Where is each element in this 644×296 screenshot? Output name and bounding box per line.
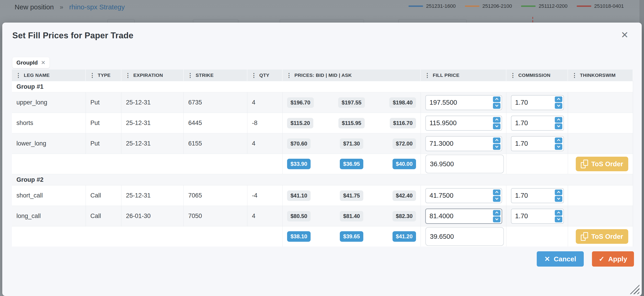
tos-order-button[interactable]: ToS Order <box>576 229 628 244</box>
step-down-button[interactable] <box>493 144 500 150</box>
set-fill-prices-modal: Set Fill Prices for Paper Trade ✕ GroupI… <box>2 22 642 296</box>
chevron-down-icon <box>557 145 560 148</box>
step-down-button[interactable] <box>493 216 500 222</box>
mid-badge: $81.40 <box>340 211 363 221</box>
step-up-button[interactable] <box>555 190 562 195</box>
resize-handle-icon[interactable] <box>630 285 640 294</box>
thinkorswim-cell <box>568 206 633 226</box>
mid-badge: $41.75 <box>340 190 363 201</box>
step-down-button[interactable] <box>493 103 500 109</box>
legend-item: 251018-0401 <box>577 3 624 9</box>
step-up-button[interactable] <box>493 190 500 195</box>
legend-item: 251112-0200 <box>521 3 567 9</box>
col-header-leg-name[interactable]: ⋮LEG NAME <box>12 69 86 81</box>
chevron-down-icon <box>495 103 498 107</box>
drag-handle-icon[interactable]: ⋮ <box>572 72 577 78</box>
group-fill-price-input[interactable] <box>426 155 504 173</box>
step-down-button[interactable] <box>555 103 562 109</box>
leg-type: Call <box>86 206 122 226</box>
chip-remove-icon[interactable]: ✕ <box>41 59 46 66</box>
table-row: shorts Put 25-12-31 6445 -8 $115.20 $115… <box>12 113 633 133</box>
drag-handle-icon[interactable]: ⋮ <box>251 72 257 78</box>
col-header-expiration[interactable]: ⋮EXPIRATION <box>122 69 184 81</box>
step-up-button[interactable] <box>493 210 500 216</box>
commission-cell <box>506 113 568 133</box>
leg-name: lower_long <box>12 133 86 154</box>
bid-badge: $196.70 <box>287 97 314 108</box>
step-up-button[interactable] <box>555 210 562 216</box>
step-up-button[interactable] <box>555 138 562 143</box>
group-summary-row: $33.90 $36.95 $40.00 ToS Order <box>12 154 633 174</box>
group-fill-price-cell <box>421 227 506 247</box>
chevron-up-icon <box>557 119 560 122</box>
leg-prices: $70.60 $71.30 $72.00 <box>282 133 421 154</box>
commission-stepper <box>511 209 564 224</box>
cancel-button[interactable]: ✕ Cancel <box>537 251 584 267</box>
fill-price-cell <box>421 185 506 206</box>
leg-expiration: 25-12-31 <box>122 133 184 154</box>
ask-badge: $42.40 <box>392 190 416 201</box>
net-mid-badge: $36.95 <box>340 159 363 169</box>
step-up-button[interactable] <box>493 96 500 102</box>
drag-handle-icon[interactable]: ⋮ <box>16 72 21 78</box>
fill-price-input[interactable] <box>426 116 502 131</box>
bid-badge: $80.50 <box>287 211 310 221</box>
modal-footer: ✕ Cancel ✓ Apply <box>537 251 634 267</box>
breadcrumb-separator-icon: » <box>60 3 64 11</box>
fill-price-input[interactable] <box>426 136 502 151</box>
leg-expiration: 26-01-30 <box>122 206 184 226</box>
leg-strike: 6445 <box>184 113 248 133</box>
drag-handle-icon[interactable]: ⋮ <box>125 72 131 78</box>
group-fill-price-input[interactable] <box>426 227 504 246</box>
fill-price-input[interactable] <box>426 209 502 224</box>
step-up-button[interactable] <box>555 96 562 102</box>
step-up-button[interactable] <box>555 117 562 123</box>
commission-stepper <box>511 95 564 110</box>
fill-prices-table: ⋮LEG NAME ⋮TYPE ⋮EXPIRATION ⋮STRIKE ⋮QTY… <box>12 69 633 247</box>
fill-price-input[interactable] <box>426 95 502 110</box>
col-header-thinkorswim[interactable]: ⋮THINKORSWIM <box>568 69 633 81</box>
copy-icon <box>581 160 588 168</box>
ask-badge: $198.40 <box>389 97 416 108</box>
step-down-button[interactable] <box>555 216 562 222</box>
drag-handle-icon[interactable]: ⋮ <box>187 72 193 78</box>
step-down-button[interactable] <box>555 196 562 202</box>
col-header-strike[interactable]: ⋮STRIKE <box>184 69 248 81</box>
step-down-button[interactable] <box>555 123 562 129</box>
step-down-button[interactable] <box>493 196 500 202</box>
breadcrumb-strategy-link[interactable]: rhino-spx Strategy <box>69 3 124 11</box>
thinkorswim-cell <box>568 185 633 206</box>
drag-handle-icon[interactable]: ⋮ <box>424 72 430 78</box>
col-header-prices[interactable]: ⋮PRICES: BID | MID | ASK <box>282 69 421 81</box>
col-header-commission[interactable]: ⋮COMMISSION <box>506 69 568 81</box>
fill-price-input[interactable] <box>426 188 502 203</box>
drag-handle-icon[interactable]: ⋮ <box>510 72 516 78</box>
chevron-up-icon <box>495 98 498 101</box>
drag-handle-icon[interactable]: ⋮ <box>286 72 292 78</box>
tos-order-button[interactable]: ToS Order <box>576 157 628 171</box>
fill-price-stepper <box>426 116 502 131</box>
leg-type: Put <box>86 92 122 113</box>
groupid-filter-chip[interactable]: GroupId ✕ <box>12 57 50 68</box>
chevron-up-icon <box>495 212 498 215</box>
commission-stepper <box>511 188 564 203</box>
mid-badge: $71.30 <box>340 138 363 149</box>
drag-handle-icon[interactable]: ⋮ <box>90 72 95 78</box>
group-header-row: Group #2 <box>12 174 633 185</box>
col-header-qty[interactable]: ⋮QTY <box>248 69 282 81</box>
legend-item: 251206-2100 <box>465 3 512 9</box>
chevron-down-icon <box>495 217 498 220</box>
col-header-fill-price[interactable]: ⋮FILL PRICE <box>421 69 506 81</box>
step-down-button[interactable] <box>555 144 562 150</box>
step-up-button[interactable] <box>493 117 500 123</box>
col-header-type[interactable]: ⋮TYPE <box>86 69 122 81</box>
step-up-button[interactable] <box>493 138 500 143</box>
bid-badge: $70.60 <box>287 138 310 149</box>
apply-button[interactable]: ✓ Apply <box>592 251 634 267</box>
legend-swatch <box>577 5 591 7</box>
close-icon[interactable]: ✕ <box>621 30 628 39</box>
step-down-button[interactable] <box>493 123 500 129</box>
chart-gridline <box>500 16 500 22</box>
net-ask-badge: $40.00 <box>392 159 416 169</box>
leg-qty: 4 <box>248 206 282 226</box>
